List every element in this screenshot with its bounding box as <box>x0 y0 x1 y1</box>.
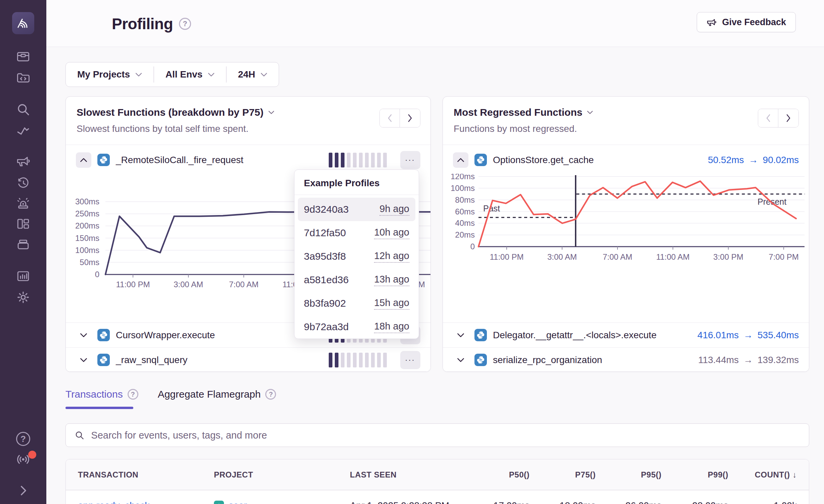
col-p99[interactable]: P99() <box>661 470 728 480</box>
function-name[interactable]: _RemoteSiloCall._fire_request <box>116 155 243 165</box>
collapse-row-button[interactable] <box>76 152 91 168</box>
spark-bar <box>359 353 363 367</box>
more-options-button[interactable]: ... <box>400 151 420 169</box>
python-icon <box>97 354 110 366</box>
sidebar-item-replays[interactable] <box>0 173 46 192</box>
expand-row-button[interactable] <box>453 327 468 343</box>
profile-age[interactable]: 10h ago <box>374 227 409 239</box>
before-value: 50.52ms <box>708 155 744 165</box>
sidebar-item-alerts[interactable] <box>0 194 46 213</box>
function-name[interactable]: OptionsStore.get_cache <box>493 155 594 165</box>
profile-item[interactable]: 9b72aa3d 18h ago <box>298 315 415 339</box>
svg-text:100ms: 100ms <box>451 184 475 193</box>
col-transaction[interactable]: TRANSACTION <box>78 470 214 480</box>
search-icon <box>75 430 84 440</box>
col-last-seen[interactable]: LAST SEEN <box>350 470 463 480</box>
col-count-sorted[interactable]: COUNT() ↓ <box>728 470 797 480</box>
profile-item[interactable]: 7d12fa50 10h ago <box>298 221 415 245</box>
seer-project-icon <box>214 501 224 504</box>
regression-delta[interactable]: 416.01ms → 535.40ms <box>697 330 799 341</box>
page-help-icon[interactable]: ? <box>179 18 191 30</box>
regression-delta[interactable]: 113.44ms → 139.32ms <box>698 355 799 365</box>
sidebar-item-help[interactable]: ? <box>0 430 46 448</box>
tab-aggregate-flamegraph[interactable]: Aggregate Flamegraph ? <box>158 389 276 400</box>
profile-age[interactable]: 12h ago <box>374 250 409 263</box>
transactions-table: TRANSACTION PROJECT LAST SEEN P50() P75(… <box>65 459 809 504</box>
spark-bar <box>365 153 369 167</box>
sidebar-item-explore[interactable] <box>0 100 46 119</box>
next-page-button[interactable] <box>400 109 420 127</box>
profile-age[interactable]: 18h ago <box>374 321 409 333</box>
col-p95[interactable]: P95() <box>596 470 661 480</box>
sidebar-item-dashboards[interactable] <box>0 214 46 233</box>
profile-age[interactable]: 15h ago <box>374 297 409 310</box>
panel-title: Most Regressed Functions <box>454 107 582 118</box>
profile-item[interactable]: a581ed36 13h ago <box>298 268 415 292</box>
filter-bar: My Projects All Envs 24H <box>65 62 279 87</box>
function-name[interactable]: serialize_rpc_organization <box>493 355 602 365</box>
sentry-logo[interactable] <box>12 12 34 34</box>
more-options-button[interactable]: ... <box>400 351 420 369</box>
sidebar-item-issues[interactable] <box>0 47 46 66</box>
project-filter[interactable]: My Projects <box>66 62 153 87</box>
profile-item[interactable]: 9d3240a3 9h ago <box>298 198 415 221</box>
table-row[interactable]: app.ready_check seer Apr 1, 2025 9:28:38… <box>66 490 809 504</box>
dropdown-title: Example Profiles <box>294 170 419 195</box>
svg-text:80ms: 80ms <box>455 195 475 204</box>
svg-text:3:00 AM: 3:00 AM <box>547 252 577 261</box>
sidebar-item-feedback[interactable] <box>0 152 46 170</box>
tab-transactions[interactable]: Transactions ? <box>65 389 138 400</box>
profile-candidates-sparkline[interactable] <box>329 353 387 367</box>
most-regressed-title-select[interactable]: Most Regressed Functions <box>454 107 593 118</box>
sidebar-item-stats[interactable] <box>0 267 46 286</box>
panel-subtitle: Slowest functions by total self time spe… <box>77 123 274 134</box>
next-page-button[interactable] <box>778 109 798 127</box>
arrow-right-icon: → <box>749 155 758 165</box>
give-feedback-label: Give Feedback <box>722 17 786 28</box>
profile-age[interactable]: 13h ago <box>374 274 409 286</box>
timerange-filter[interactable]: 24H <box>227 62 279 87</box>
sidebar-item-performance[interactable] <box>0 121 46 140</box>
function-name[interactable]: _raw_snql_query <box>116 355 187 365</box>
last-seen-cell: Apr 1, 2025 9:28:38 PM <box>350 500 463 504</box>
profile-item[interactable]: 3a95d3f8 12h ago <box>298 245 415 268</box>
pagination <box>758 109 799 128</box>
sidebar-collapse-toggle[interactable] <box>0 481 46 500</box>
expand-row-button[interactable] <box>453 352 468 368</box>
sidebar-item-releases[interactable] <box>0 235 46 254</box>
regression-delta[interactable]: 50.52ms → 90.02ms <box>708 155 799 165</box>
chevron-down-icon <box>587 110 593 114</box>
transaction-link[interactable]: app.ready_check <box>78 500 214 504</box>
tab-help-icon[interactable]: ? <box>128 389 138 400</box>
profile-age[interactable]: 9h ago <box>379 203 409 216</box>
sidebar-item-whats-new[interactable] <box>0 450 46 469</box>
profile-item[interactable]: 8b3fa902 15h ago <box>298 292 415 315</box>
project-link[interactable]: seer <box>229 500 247 504</box>
expand-row-button[interactable] <box>76 327 91 343</box>
chevron-down-icon <box>80 333 87 338</box>
give-feedback-button[interactable]: Give Feedback <box>697 12 796 32</box>
col-project[interactable]: PROJECT <box>214 470 350 480</box>
search-bar <box>65 423 809 447</box>
expand-row-button[interactable] <box>76 352 91 368</box>
project-cell[interactable]: seer <box>214 500 350 504</box>
col-p75[interactable]: P75() <box>530 470 596 480</box>
function-name[interactable]: CursorWrapper.execute <box>116 330 215 341</box>
history-clock-icon <box>16 176 30 190</box>
after-value: 535.40ms <box>758 330 799 341</box>
sidebar-item-projects[interactable] <box>0 68 46 87</box>
prev-page-button[interactable] <box>758 109 778 127</box>
function-name[interactable]: Delegator.__getattr__.<locals>.execute <box>493 330 656 341</box>
tab-help-icon[interactable]: ? <box>265 389 276 400</box>
prev-page-button[interactable] <box>380 109 400 127</box>
slowest-functions-title-select[interactable]: Slowest Functions (breakdown by P75) <box>77 107 274 118</box>
profile-id: 8b3fa902 <box>304 298 346 309</box>
siren-icon <box>16 196 30 210</box>
collapse-row-button[interactable] <box>453 152 468 168</box>
chevron-right-icon <box>407 114 413 122</box>
profile-candidates-sparkline[interactable] <box>329 153 387 167</box>
environment-filter[interactable]: All Envs <box>154 62 226 87</box>
col-p50[interactable]: P50() <box>463 470 530 480</box>
search-input[interactable] <box>91 430 800 441</box>
sidebar-item-settings[interactable] <box>0 288 46 307</box>
